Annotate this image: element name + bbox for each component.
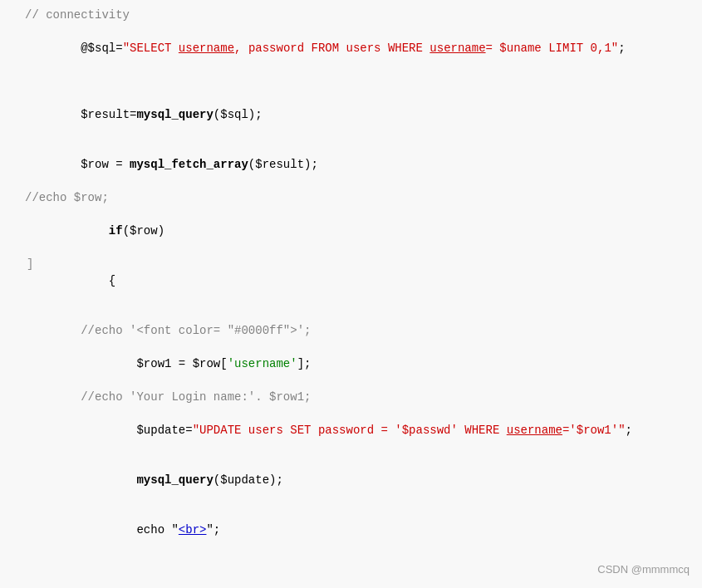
code-text [81, 473, 136, 487]
code-text: username [179, 42, 234, 55]
code-line: $update="UPDATE users SET password = '$p… [25, 405, 694, 455]
code-line: @$sql="SELECT username, password FROM us… [25, 23, 694, 73]
code-text: { [81, 274, 115, 287]
code-text: $result= [81, 108, 136, 121]
code-text: $uname [499, 42, 541, 55]
code-text: echo " [81, 523, 179, 537]
code-text: //echo 'Your Login name:'. $row1; [25, 390, 311, 404]
watermark: CSDN @mmmmcq [597, 563, 690, 576]
code-text: ($result); [248, 158, 318, 171]
code-text: username [507, 424, 562, 437]
code-line: if($row) [25, 206, 694, 256]
code-text: $row1 [577, 424, 611, 437]
code-text: = [486, 42, 500, 55]
code-text: username [430, 42, 485, 55]
code-container: // connectivity @$sql="SELECT username, … [0, 0, 702, 588]
code-text: , password FROM [234, 42, 346, 55]
code-text: @$sql= [81, 42, 122, 55]
code-text: $update= [81, 424, 192, 437]
code-line: $row = mysql_fetch_array($result); [25, 140, 694, 189]
code-text: "UPDATE [193, 424, 248, 437]
code-text: 'username' [228, 357, 297, 370]
code-text: $row = [81, 158, 130, 171]
code-line: ] { [25, 256, 694, 306]
code-text: users [346, 42, 381, 55]
code-text: ; [626, 424, 632, 437]
code-text: //echo '<font color= "#0000ff">'; [25, 324, 311, 337]
code-line: $result=mysql_query($sql); [25, 90, 694, 140]
code-text: LIMIT 0,1" [542, 42, 618, 55]
code-line [25, 73, 694, 90]
code-line: //echo '<font color= "#0000ff">'; [25, 322, 694, 339]
code-text: ' WHERE [451, 424, 507, 437]
code-line [25, 555, 694, 571]
code-text: <br> [179, 523, 207, 537]
code-area: // connectivity @$sql="SELECT username, … [0, 7, 702, 588]
code-text: mysql_fetch_array [130, 158, 248, 171]
code-text: ($row) [123, 224, 164, 238]
code-text: users [248, 424, 283, 437]
code-text: ; [618, 42, 625, 55]
code-text: // connectivity [25, 8, 130, 22]
code-text: ($update); [214, 473, 283, 487]
code-text: mysql_query [136, 108, 213, 121]
code-text: "; [206, 523, 220, 537]
code-line: //echo $row; [25, 189, 694, 206]
code-text: //echo $row; [25, 191, 109, 204]
code-text: =' [562, 424, 577, 437]
code-text: WHERE [381, 42, 430, 55]
code-line: //echo 'Your Login name:'. $row1; [25, 389, 694, 405]
code-line: // connectivity [25, 7, 694, 23]
code-text: '" [611, 424, 626, 437]
code-text: ($sql); [214, 108, 263, 121]
code-line [25, 571, 694, 588]
code-line: mysql_query($update); [25, 455, 694, 505]
code-text: $passwd [402, 424, 451, 437]
code-text: if [109, 224, 123, 238]
code-text: ]; [297, 357, 312, 370]
code-line [25, 306, 694, 322]
code-text: "SELECT [123, 42, 179, 55]
bracket-icon: ] [27, 256, 33, 272]
code-line: echo "<br>"; [25, 505, 694, 555]
code-text: mysql_query [136, 473, 213, 487]
code-text [81, 224, 109, 238]
code-text: $row1 = $row[ [81, 357, 227, 370]
code-text: SET password = ' [283, 424, 402, 437]
code-line: $row1 = $row['username']; [25, 339, 694, 389]
